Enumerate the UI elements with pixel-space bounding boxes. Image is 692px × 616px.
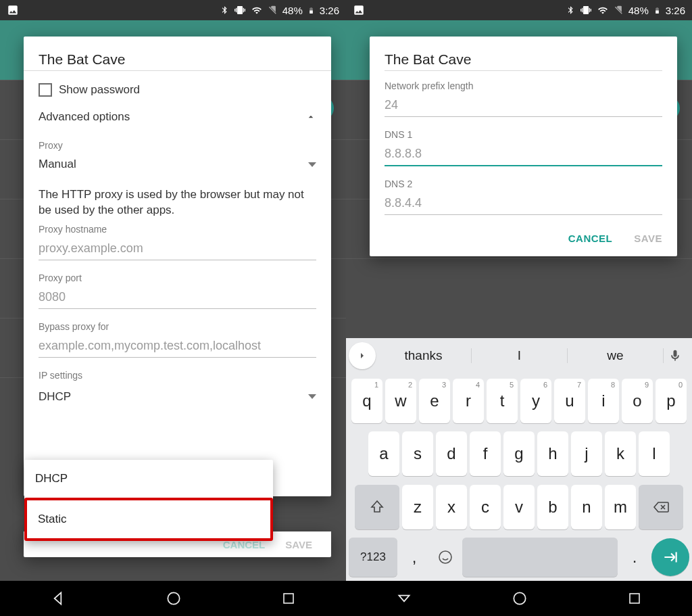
key-u[interactable]: u7: [554, 379, 585, 423]
key-a[interactable]: a: [368, 431, 399, 476]
hostname-label: Proxy hostname: [39, 224, 316, 235]
dns1-label: DNS 1: [385, 129, 662, 140]
proxy-value: Manual: [39, 158, 76, 171]
show-password-checkbox[interactable]: Show password: [39, 78, 316, 106]
recents-button[interactable]: [280, 590, 297, 607]
key-h[interactable]: h: [537, 431, 568, 476]
key-k[interactable]: k: [605, 431, 636, 476]
status-bar: 48% 3:26: [346, 0, 692, 20]
battery-icon: [307, 5, 315, 16]
suggestion-2[interactable]: I: [472, 348, 568, 363]
proxy-select[interactable]: Manual: [39, 151, 316, 175]
ip-settings-dropdown: DHCP Static: [24, 460, 273, 541]
bluetooth-icon: [220, 5, 229, 16]
key-o[interactable]: o9: [622, 379, 653, 423]
dialog-title: The Bat Cave: [385, 51, 662, 68]
android-navbar: [0, 581, 346, 616]
battery-percent: 48%: [282, 5, 303, 16]
key-l[interactable]: l: [639, 431, 670, 476]
key-z[interactable]: z: [402, 485, 433, 529]
key-x[interactable]: x: [436, 485, 467, 529]
voice-input-button[interactable]: [664, 349, 687, 362]
port-input[interactable]: [39, 286, 316, 309]
status-bar: 48% 3:26: [0, 0, 346, 20]
phone-left: 48% 3:26 ? The Bat Cave Show password Ad…: [0, 0, 346, 616]
key-j[interactable]: j: [571, 431, 602, 476]
prefix-input[interactable]: [385, 94, 662, 117]
ip-option-dhcp[interactable]: DHCP: [24, 460, 273, 498]
ip-settings-select[interactable]: DHCP: [39, 383, 316, 408]
home-button[interactable]: [511, 590, 528, 607]
clock-time: 3:26: [666, 5, 685, 16]
advanced-options-label: Advanced options: [39, 110, 130, 124]
key-m[interactable]: m: [605, 485, 636, 529]
dns1-input[interactable]: [385, 143, 662, 166]
battery-icon: [653, 5, 661, 16]
hostname-input[interactable]: [39, 237, 316, 260]
proxy-hint: The HTTP proxy is used by the browser bu…: [39, 187, 316, 218]
enter-key[interactable]: [651, 538, 689, 576]
backspace-key[interactable]: [639, 485, 683, 529]
back-button[interactable]: [49, 590, 67, 607]
svg-point-2: [439, 551, 451, 563]
ip-option-static[interactable]: Static: [24, 498, 273, 541]
key-i[interactable]: i8: [588, 379, 619, 423]
image-icon: [353, 4, 365, 16]
recents-button[interactable]: [626, 590, 643, 607]
key-g[interactable]: g: [503, 431, 535, 476]
key-p[interactable]: p0: [656, 379, 687, 423]
back-button[interactable]: [395, 590, 413, 607]
port-label: Proxy port: [39, 273, 316, 283]
battery-percent: 48%: [628, 5, 649, 16]
key-y[interactable]: y6: [520, 379, 551, 423]
cancel-button[interactable]: CANCEL: [568, 233, 613, 244]
bypass-label: Bypass proxy for: [39, 321, 316, 332]
key-v[interactable]: v: [503, 485, 535, 529]
dns2-label: DNS 2: [385, 179, 662, 189]
home-button[interactable]: [165, 590, 182, 607]
show-password-label: Show password: [59, 83, 140, 97]
key-b[interactable]: b: [537, 485, 568, 529]
key-e[interactable]: e3: [419, 379, 450, 423]
key-c[interactable]: c: [470, 485, 501, 529]
key-q[interactable]: q1: [351, 379, 382, 423]
no-sim-icon: [268, 5, 278, 16]
ip-settings-label: IP settings: [39, 370, 316, 381]
svg-point-0: [168, 592, 179, 604]
comma-key[interactable]: ,: [400, 538, 428, 577]
wifi-dialog: The Bat Cave Show password Advanced opti…: [24, 37, 331, 496]
shift-key[interactable]: [355, 485, 399, 529]
prefix-label: Network prefix length: [385, 80, 662, 91]
dropdown-arrow-icon: [308, 394, 316, 399]
key-s[interactable]: s: [402, 431, 433, 476]
suggestion-1[interactable]: thanks: [376, 348, 472, 363]
bluetooth-icon: [566, 5, 575, 16]
svg-point-3: [514, 592, 525, 604]
space-key[interactable]: [462, 538, 618, 577]
checkbox-icon[interactable]: [39, 83, 52, 97]
emoji-key[interactable]: [431, 538, 460, 577]
key-w[interactable]: w2: [385, 379, 416, 423]
save-button-obscured: SAVE: [285, 539, 312, 550]
key-n[interactable]: n: [571, 485, 602, 529]
keyboard: q1w2e3r4t5y6u7i8o9p0 asdfghjkl zxcvbnm ?…: [346, 373, 692, 581]
advanced-options-toggle[interactable]: Advanced options: [39, 106, 316, 135]
dns2-input[interactable]: [385, 192, 662, 215]
save-button[interactable]: SAVE: [634, 233, 662, 244]
phone-right: 48% 3:26 ? The Bat Cave Network prefix l…: [346, 0, 692, 616]
bypass-input[interactable]: [39, 335, 316, 358]
wifi-icon: [597, 5, 609, 16]
key-d[interactable]: d: [436, 431, 467, 476]
key-t[interactable]: t5: [487, 379, 518, 423]
expand-suggestions-button[interactable]: [349, 342, 376, 369]
key-r[interactable]: r4: [453, 379, 484, 423]
symbols-key[interactable]: ?123: [349, 538, 397, 577]
keyboard-suggestions: thanks I we: [346, 338, 692, 373]
proxy-label: Proxy: [39, 140, 316, 151]
dialog-title: The Bat Cave: [39, 51, 316, 68]
ip-settings-value: DHCP: [39, 390, 71, 404]
suggestion-3[interactable]: we: [568, 348, 664, 363]
svg-rect-4: [630, 594, 639, 603]
period-key[interactable]: .: [620, 538, 649, 577]
key-f[interactable]: f: [470, 431, 501, 476]
